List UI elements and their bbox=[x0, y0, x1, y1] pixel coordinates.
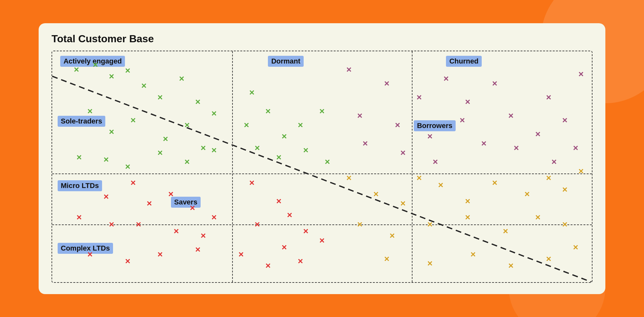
data-point: × bbox=[281, 243, 287, 252]
data-point: × bbox=[87, 107, 92, 116]
data-point: × bbox=[265, 107, 270, 116]
data-point: × bbox=[255, 220, 260, 229]
data-point: × bbox=[125, 66, 130, 75]
data-point: × bbox=[190, 203, 195, 213]
data-point: × bbox=[168, 190, 174, 199]
data-point: × bbox=[325, 157, 330, 166]
vertical-divider-1 bbox=[232, 51, 233, 282]
data-point: × bbox=[346, 173, 352, 183]
label-sole-traders: Sole-traders bbox=[58, 116, 105, 127]
data-point: × bbox=[551, 157, 556, 166]
data-point: × bbox=[514, 144, 519, 153]
data-point: × bbox=[174, 227, 179, 236]
data-point: × bbox=[384, 254, 389, 263]
data-point: × bbox=[492, 178, 497, 187]
data-point: × bbox=[109, 127, 114, 136]
label-borrowers: Borrowers bbox=[414, 120, 456, 131]
data-point: × bbox=[136, 220, 141, 229]
vertical-divider-2 bbox=[412, 51, 412, 282]
data-point: × bbox=[109, 220, 114, 229]
data-point: × bbox=[433, 157, 438, 166]
data-point: × bbox=[185, 121, 190, 130]
data-point: × bbox=[303, 146, 308, 155]
data-point: × bbox=[395, 121, 400, 130]
data-point: × bbox=[157, 148, 163, 157]
data-point: × bbox=[427, 259, 432, 268]
data-point: × bbox=[298, 257, 303, 266]
data-point: × bbox=[357, 111, 362, 120]
data-point: × bbox=[238, 250, 243, 259]
data-point: × bbox=[390, 231, 395, 240]
data-point: × bbox=[443, 74, 449, 83]
data-point: × bbox=[130, 116, 136, 125]
data-point: × bbox=[363, 139, 368, 148]
data-point: × bbox=[465, 197, 470, 206]
data-point: × bbox=[103, 155, 109, 164]
data-point: × bbox=[481, 139, 487, 148]
data-point: × bbox=[546, 93, 551, 102]
data-point: × bbox=[77, 213, 82, 222]
data-point: × bbox=[319, 107, 325, 116]
data-point: × bbox=[249, 178, 254, 187]
data-point: × bbox=[74, 65, 79, 74]
label-complex-ltds: Complex LTDs bbox=[58, 243, 113, 254]
data-point: × bbox=[195, 245, 200, 254]
data-point: × bbox=[416, 173, 421, 183]
data-point: × bbox=[416, 93, 421, 102]
data-point: × bbox=[255, 144, 260, 153]
data-point: × bbox=[276, 197, 281, 206]
data-point: × bbox=[470, 250, 476, 259]
data-point: × bbox=[562, 116, 567, 125]
data-point: × bbox=[298, 121, 303, 130]
data-point: × bbox=[357, 220, 362, 229]
label-savers: Savers bbox=[171, 197, 201, 208]
data-point: × bbox=[373, 190, 378, 199]
data-point: × bbox=[212, 146, 217, 155]
data-point: × bbox=[93, 60, 98, 69]
data-point: × bbox=[535, 213, 540, 222]
chart-container: Total Customer Base Actively engaged Dor… bbox=[39, 23, 605, 294]
horizontal-divider-2 bbox=[52, 224, 592, 225]
data-point: × bbox=[508, 261, 513, 270]
data-point: × bbox=[319, 236, 325, 245]
data-point: × bbox=[535, 130, 540, 139]
data-point: × bbox=[212, 109, 217, 118]
data-point: × bbox=[276, 153, 281, 162]
data-point: × bbox=[201, 144, 206, 153]
data-point: × bbox=[427, 220, 432, 229]
data-point: × bbox=[163, 134, 168, 144]
data-point: × bbox=[438, 181, 443, 190]
data-point: × bbox=[287, 211, 292, 220]
data-point: × bbox=[578, 70, 583, 79]
data-point: × bbox=[503, 227, 508, 236]
chart-area: Actively engaged Dormant Churned Sole-tr… bbox=[52, 51, 592, 283]
data-point: × bbox=[109, 72, 114, 81]
data-point: × bbox=[546, 254, 551, 263]
data-point: × bbox=[346, 65, 352, 74]
data-point: × bbox=[147, 199, 152, 208]
data-point: × bbox=[179, 74, 184, 83]
label-dormant: Dormant bbox=[268, 56, 303, 67]
data-point: × bbox=[77, 153, 82, 162]
data-point: × bbox=[125, 257, 130, 266]
data-point: × bbox=[492, 79, 497, 88]
data-point: × bbox=[384, 79, 389, 88]
data-point: × bbox=[525, 190, 530, 199]
data-point: × bbox=[201, 231, 206, 240]
data-point: × bbox=[400, 199, 405, 208]
data-point: × bbox=[562, 220, 567, 229]
data-point: × bbox=[244, 121, 249, 130]
data-point: × bbox=[303, 227, 308, 236]
data-point: × bbox=[157, 93, 163, 102]
data-point: × bbox=[265, 261, 270, 270]
horizontal-divider-1 bbox=[52, 173, 592, 174]
diagonal-line bbox=[52, 51, 592, 282]
data-point: × bbox=[281, 132, 287, 141]
data-point: × bbox=[103, 192, 109, 201]
data-point: × bbox=[212, 213, 217, 222]
data-point: × bbox=[130, 178, 136, 187]
data-point: × bbox=[125, 162, 130, 171]
chart-title: Total Customer Base bbox=[52, 33, 592, 45]
data-point: × bbox=[249, 88, 254, 97]
data-point: × bbox=[400, 148, 405, 157]
